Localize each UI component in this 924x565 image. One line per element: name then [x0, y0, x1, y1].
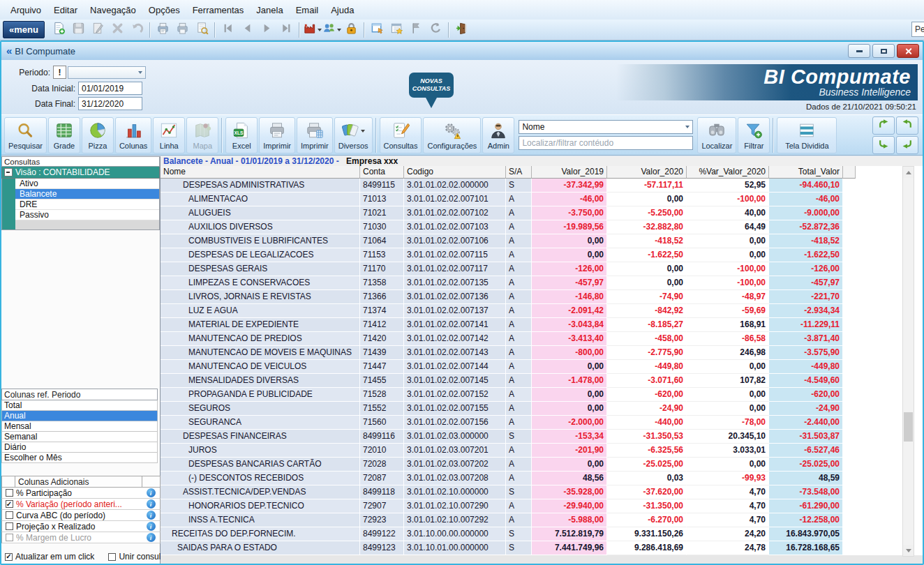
info-icon[interactable]: i — [147, 511, 156, 520]
column-header-total-valor[interactable]: Total_Valor — [769, 166, 843, 179]
maximize-button[interactable] — [872, 44, 895, 58]
column-header-valor-2020[interactable]: Valor_2020 — [607, 166, 687, 179]
close-button[interactable] — [897, 44, 919, 58]
sidebar-item-balancete[interactable]: Balancete — [1, 189, 160, 199]
table-row[interactable]: RECEITAS DO DEP.FORNECIM.84991223.01.10.… — [161, 527, 843, 541]
column-header-valor-2019[interactable]: Valor_2019 — [532, 166, 607, 179]
checkbox-participacao[interactable] — [6, 489, 13, 497]
arrow-down-left-button[interactable] — [872, 136, 895, 154]
table-row[interactable]: JUROS720103.01.01.02.03.007201A-201,90-6… — [161, 444, 843, 458]
menu-editar[interactable]: Editar — [47, 2, 84, 18]
tree-root-visao-contabilidade[interactable]: Visão : CONTABILIDADE — [1, 167, 160, 179]
sidebar-item-ativo[interactable]: Ativo — [1, 179, 160, 189]
table-row[interactable]: SEGURANCA715603.01.01.02.02.007156A-2.00… — [161, 416, 843, 430]
table-row[interactable]: MANUTENCAO DE VEICULOS714473.01.01.02.02… — [161, 360, 843, 374]
pizza-button[interactable]: Pizza — [82, 117, 114, 153]
table-row[interactable]: LUZ E AGUA713743.01.01.02.02.007137A-2.0… — [161, 304, 843, 318]
imprimir-button[interactable]: Imprimir — [259, 117, 295, 153]
period-item-total[interactable]: Total — [1, 400, 158, 411]
period-item-escolher-o-mes[interactable]: Escolher o Mês — [1, 453, 158, 463]
table-row[interactable]: AUXILIOS DIVERSOS710303.01.01.02.02.0071… — [161, 220, 843, 234]
info-icon[interactable]: i — [147, 499, 156, 508]
column-header-var-valor-2020[interactable]: %Var_Valor_2020 — [687, 166, 769, 179]
arrow-down-right-button[interactable] — [896, 136, 918, 154]
edit-button[interactable] — [89, 21, 107, 38]
table-row[interactable]: ALIMENTACAO710133.01.01.02.02.007101A-46… — [161, 193, 843, 206]
table-row[interactable]: ASSIST.TECNICA/DEP.VENDAS84991183.01.01.… — [161, 485, 843, 499]
column-header-nome[interactable]: Nome — [161, 166, 360, 179]
window-new-button[interactable] — [368, 21, 387, 38]
table-row[interactable]: DESPESAS GERAIS711703.01.01.02.02.007117… — [161, 262, 843, 276]
menu-ajuda[interactable]: Ajuda — [325, 2, 360, 18]
table-row[interactable]: PROPAGANDA E PUBLICIDADE715283.01.01.02.… — [161, 388, 843, 402]
info-icon[interactable]: i — [147, 488, 156, 497]
additional-item-curva-abc-do-periodo[interactable]: Curva ABC (do período)i — [1, 510, 161, 521]
arrow-up-right-button[interactable] — [896, 116, 918, 135]
additional-item-variacao-periodo-anteri[interactable]: % Variação (período anteri...i — [1, 499, 161, 510]
exit-button[interactable] — [452, 21, 471, 38]
admin-button[interactable]: Admin — [482, 117, 514, 153]
print-zoom-button[interactable] — [193, 21, 211, 38]
locate-filter-input[interactable] — [519, 136, 693, 150]
column-header-codigo[interactable]: Codigo — [404, 166, 506, 179]
start-date-field[interactable]: 01/01/2019 — [78, 82, 142, 95]
table-row[interactable]: LIVROS, JORNAIS E REVISTAS713663.01.01.0… — [161, 290, 843, 304]
table-row[interactable]: DESPESAS ADMINISTRATIVAS84991153.01.01.0… — [161, 179, 843, 193]
delete-button[interactable] — [108, 21, 127, 38]
global-search-input[interactable]: Pes — [911, 22, 924, 37]
period-alert-button[interactable]: ! — [53, 66, 66, 79]
menu-opcoes[interactable]: Opções — [142, 2, 186, 18]
locate-field-dropdown[interactable]: Nome — [519, 120, 693, 134]
table-row[interactable]: DESPESAS FINANCEIRAS84991163.01.01.02.03… — [161, 430, 843, 444]
table-row[interactable]: (-) DESCONTOS RECEBIDOS720873.01.01.02.0… — [161, 472, 843, 485]
localizar-button[interactable]: Localizar — [697, 117, 736, 153]
undo-button[interactable] — [128, 21, 147, 38]
atualizar-checkbox[interactable] — [5, 553, 13, 561]
consultas-button[interactable]: Consultas — [380, 117, 422, 153]
pesquisar-button[interactable]: Pesquisar — [4, 117, 47, 153]
table-row[interactable]: COMBUSTIVEIS E LUBRIFICANTES710643.01.01… — [161, 234, 843, 248]
checkbox-curva-abc-do-periodo[interactable] — [6, 511, 13, 519]
save-button[interactable] — [69, 21, 88, 38]
mapa-button[interactable]: Mapa — [186, 117, 218, 153]
period-item-semanal[interactable]: Semanal — [1, 432, 158, 442]
excel-button[interactable]: XLSExcel — [225, 117, 258, 153]
nav-prev-button[interactable] — [238, 21, 257, 38]
nav-last-button[interactable] — [277, 21, 296, 38]
diversos-button[interactable]: Diversos — [334, 117, 373, 153]
table-row[interactable]: MATERIAL DE EXPEDIENTE714123.01.01.02.02… — [161, 318, 843, 332]
checkbox-variacao-periodo-anteri[interactable] — [6, 500, 13, 508]
column-header-conta[interactable]: Conta — [360, 166, 404, 179]
users-button[interactable] — [322, 21, 341, 38]
linha-button[interactable]: Linha — [153, 117, 185, 153]
lock-button[interactable] — [342, 21, 361, 38]
table-row[interactable]: HONORARIOS DEP.TECNICO729073.01.01.02.10… — [161, 499, 843, 513]
table-row[interactable]: ALUGUEIS710213.01.01.02.02.007102A-3.750… — [161, 206, 843, 220]
sidebar-item-passivo[interactable]: Passivo — [1, 210, 160, 220]
calendar-star-button[interactable] — [387, 21, 406, 38]
refresh-button[interactable] — [426, 21, 445, 38]
filtrar-button[interactable]: Filtrar — [738, 117, 770, 153]
nav-first-button[interactable] — [218, 21, 237, 38]
print-preview-button[interactable] — [154, 21, 172, 38]
vertical-scrollbar[interactable] — [902, 166, 914, 557]
period-item-anual[interactable]: Anual — [1, 411, 158, 421]
table-row[interactable]: SAIDAS PARA O ESTADO84991233.01.10.01.00… — [161, 541, 843, 555]
nav-next-button[interactable] — [258, 21, 276, 38]
table-row[interactable]: MENSALIDADES DIVERSAS714553.01.01.02.02.… — [161, 374, 843, 388]
period-item-diario[interactable]: Diário — [1, 442, 158, 453]
checkbox-projecao-x-realizado[interactable] — [6, 522, 13, 530]
table-row[interactable]: INSS A.TECNICA729233.01.01.02.10.007292A… — [161, 513, 843, 527]
unir-checkbox[interactable] — [108, 553, 116, 561]
additional-item-margem-de-lucro[interactable]: % Margem de Lucroi — [1, 532, 161, 543]
table-row[interactable]: MANUTENCAO DE PREDIOS714203.01.01.02.02.… — [161, 332, 843, 346]
flag-button[interactable] — [407, 21, 426, 38]
menu-arquivo[interactable]: Arquivo — [4, 2, 47, 18]
scroll-down-button[interactable] — [903, 545, 914, 556]
sidebar-item-dre[interactable]: DRE — [1, 199, 160, 210]
menu-email[interactable]: Email — [290, 2, 325, 18]
configuracoes-button[interactable]: Configurações — [423, 117, 481, 153]
table-row[interactable]: SEGUROS715523.01.01.02.02.007155A0,00-24… — [161, 402, 843, 416]
table-row[interactable]: DESPESAS BANCARIAS CARTÃO720283.01.01.02… — [161, 458, 843, 472]
checkbox-margem-de-lucro[interactable] — [6, 534, 13, 541]
